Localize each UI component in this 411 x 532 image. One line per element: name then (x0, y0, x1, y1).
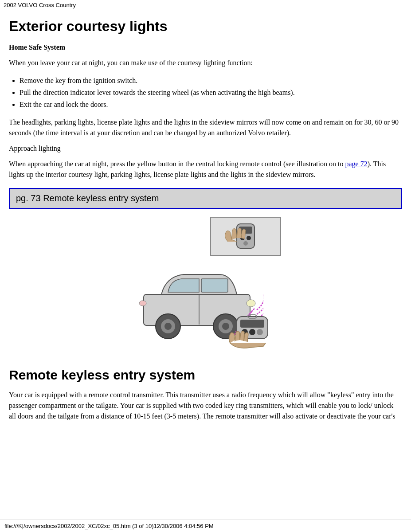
page-title: Exterior courtesy lights (9, 18, 402, 35)
approach-paragraph: When approaching the car at night, press… (9, 159, 402, 180)
page72-link[interactable]: page 72 (345, 160, 367, 168)
svg-point-20 (257, 329, 263, 335)
paragraph-headlights: The headlights, parking lights, license … (9, 117, 402, 138)
svg-rect-6 (201, 279, 228, 292)
bullet-list: Remove the key from the ignition switch.… (20, 74, 402, 111)
breadcrumb: 2002 VOLVO Cross Country (0, 0, 411, 10)
remote-key-bottom (228, 314, 277, 354)
section2-title: Remote keyless entry system (9, 368, 402, 383)
home-safe-heading: Home Safe System (9, 43, 402, 51)
svg-point-4 (243, 241, 248, 246)
list-item: Exit the car and lock the doors. (20, 98, 402, 110)
illustration-area (9, 217, 402, 354)
approach-text-before: When approaching the car at night, press… (9, 160, 345, 168)
svg-point-3 (247, 236, 251, 240)
list-item: Pull the direction indicator lever towar… (20, 86, 402, 98)
svg-point-19 (249, 329, 255, 335)
intro-text: When you leave your car at night, you ca… (9, 58, 402, 68)
section2-paragraph: Your car is equipped with a remote contr… (9, 390, 402, 422)
approach-heading: Approach lighting (9, 145, 402, 153)
svg-point-13 (247, 300, 255, 307)
svg-rect-17 (240, 320, 264, 328)
svg-point-14 (139, 301, 146, 306)
nav-box[interactable]: pg. 73 Remote keyless entry system (9, 188, 402, 209)
svg-point-9 (164, 323, 172, 330)
list-item: Remove the key from the ignition switch. (20, 74, 402, 86)
footer-bar: file:///K|/ownersdocs/2002/2002_XC/02xc_… (0, 520, 411, 532)
